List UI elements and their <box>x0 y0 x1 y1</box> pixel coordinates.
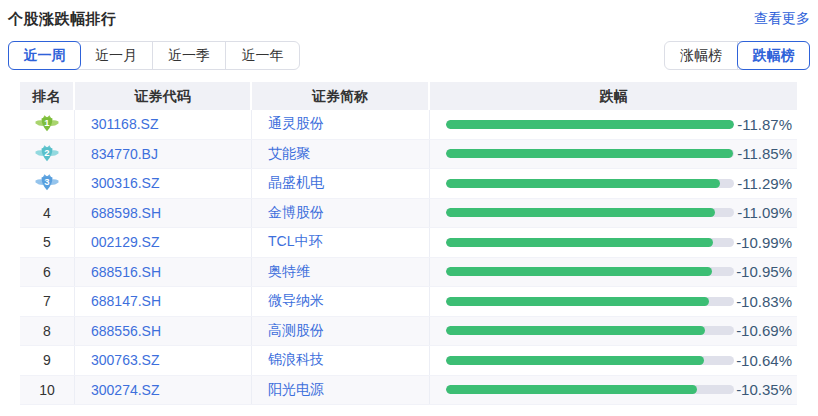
change-bar-fill <box>446 356 704 365</box>
table-row[interactable]: 4 688598.SH 金博股份 -11.09% <box>20 199 797 229</box>
change-value: -10.95% <box>734 263 792 280</box>
rank-number: 9 <box>43 352 51 368</box>
rank-cell: 6 <box>20 258 75 287</box>
change-bar-fill <box>446 120 734 129</box>
change-bar-track <box>446 297 734 306</box>
change-bar-fill <box>446 149 733 158</box>
table-row[interactable]: 10 300274.SZ 阳光电源 -10.35% <box>20 376 797 406</box>
table-row[interactable]: 8 688556.SH 高测股份 -10.69% <box>20 317 797 347</box>
rank-medal-icon: 1 <box>34 114 60 134</box>
security-name[interactable]: 艾能聚 <box>252 140 430 169</box>
column-header-2: 证券简称 <box>252 82 430 110</box>
table-row[interactable]: 5 002129.SZ TCL中环 -10.99% <box>20 228 797 258</box>
column-header-1: 证券代码 <box>75 82 252 110</box>
period-tab-quarter[interactable]: 近一季 <box>153 42 226 69</box>
change-value: -10.69% <box>734 322 792 339</box>
table-row[interactable]: 7 688147.SH 微导纳米 -10.83% <box>20 287 797 317</box>
change-cell: -11.87% <box>430 110 800 139</box>
board-tab-losers[interactable]: 跌幅榜 <box>737 41 810 70</box>
change-bar-track <box>446 120 734 129</box>
svg-text:3: 3 <box>44 177 49 188</box>
rank-number: 5 <box>43 234 51 250</box>
security-name[interactable]: 微导纳米 <box>252 287 430 316</box>
security-name[interactable]: 阳光电源 <box>252 376 430 405</box>
change-value: -11.29% <box>734 175 792 192</box>
security-name[interactable]: 晶盛机电 <box>252 169 430 198</box>
security-code[interactable]: 300763.SZ <box>75 346 252 375</box>
table-row[interactable]: 6 688516.SH 奥特维 -10.95% <box>20 258 797 288</box>
rank-cell: 2 <box>20 140 75 169</box>
column-header-3: 跌幅 <box>430 82 797 110</box>
rank-cell: 7 <box>20 287 75 316</box>
table-row[interactable]: 1 301168.SZ 通灵股份 -11.87% <box>20 110 797 140</box>
change-bar-track <box>446 326 734 335</box>
security-name[interactable]: TCL中环 <box>252 228 430 257</box>
change-cell: -10.95% <box>430 258 800 287</box>
table-body: 1 301168.SZ 通灵股份 -11.87% 2 <box>20 110 797 405</box>
change-cell: -11.29% <box>430 169 800 198</box>
rank-cell: 8 <box>20 317 75 346</box>
page-title: 个股涨跌幅排行 <box>8 10 117 29</box>
change-value: -11.85% <box>734 145 792 162</box>
rank-number: 7 <box>43 293 51 309</box>
security-code[interactable]: 300316.SZ <box>75 169 252 198</box>
security-name[interactable]: 金博股份 <box>252 199 430 228</box>
change-value: -10.83% <box>734 293 792 310</box>
column-header-0: 排名 <box>20 82 75 110</box>
rank-cell: 9 <box>20 346 75 375</box>
change-cell: -10.69% <box>430 317 800 346</box>
security-name[interactable]: 高测股份 <box>252 317 430 346</box>
change-bar-track <box>446 179 734 188</box>
security-name[interactable]: 锦浪科技 <box>252 346 430 375</box>
security-code[interactable]: 834770.BJ <box>75 140 252 169</box>
change-bar-fill <box>446 385 697 394</box>
period-tab-group: 近一周近一月近一季近一年 <box>8 41 300 70</box>
stock-ranking-panel: 个股涨跌幅排行 查看更多 近一周近一月近一季近一年 涨幅榜跌幅榜 排名证券代码证… <box>0 0 818 416</box>
rank-number: 4 <box>43 205 51 221</box>
toolbar: 近一周近一月近一季近一年 涨幅榜跌幅榜 <box>8 41 810 70</box>
table-header: 排名证券代码证券简称跌幅 <box>20 82 797 110</box>
table-row[interactable]: 3 300316.SZ 晶盛机电 -11.29% <box>20 169 797 199</box>
change-bar-track <box>446 356 734 365</box>
change-bar-fill <box>446 297 709 306</box>
rank-cell: 1 <box>20 110 75 139</box>
svg-text:1: 1 <box>44 118 50 129</box>
period-tab-year[interactable]: 近一年 <box>226 42 299 69</box>
change-bar-track <box>446 385 734 394</box>
change-cell: -11.09% <box>430 199 800 228</box>
security-code[interactable]: 688147.SH <box>75 287 252 316</box>
rank-number: 8 <box>43 323 51 339</box>
ranking-table: 排名证券代码证券简称跌幅 1 301168.SZ 通灵股份 -11.87% <box>20 82 797 405</box>
security-code[interactable]: 688598.SH <box>75 199 252 228</box>
rank-number: 6 <box>43 264 51 280</box>
change-bar-track <box>446 267 734 276</box>
security-name[interactable]: 通灵股份 <box>252 110 430 139</box>
change-value: -11.87% <box>734 116 792 133</box>
rank-cell: 5 <box>20 228 75 257</box>
change-value: -10.35% <box>734 381 792 398</box>
security-code[interactable]: 688556.SH <box>75 317 252 346</box>
table-row[interactable]: 2 834770.BJ 艾能聚 -11.85% <box>20 140 797 170</box>
board-tab-gainers[interactable]: 涨幅榜 <box>665 42 738 69</box>
period-tab-month[interactable]: 近一月 <box>80 42 153 69</box>
rank-medal-icon: 3 <box>34 173 60 193</box>
change-bar-fill <box>446 238 713 247</box>
change-bar-fill <box>446 326 705 335</box>
view-more-link[interactable]: 查看更多 <box>754 10 810 28</box>
change-value: -11.09% <box>734 204 792 221</box>
panel-header: 个股涨跌幅排行 查看更多 <box>8 8 810 30</box>
rank-cell: 3 <box>20 169 75 198</box>
security-code[interactable]: 300274.SZ <box>75 376 252 405</box>
change-bar-track <box>446 208 734 217</box>
security-code[interactable]: 301168.SZ <box>75 110 252 139</box>
change-bar-fill <box>446 267 712 276</box>
change-bar-track <box>446 238 734 247</box>
security-code[interactable]: 688516.SH <box>75 258 252 287</box>
period-tab-week[interactable]: 近一周 <box>8 41 81 70</box>
change-value: -10.64% <box>734 352 792 369</box>
security-name[interactable]: 奥特维 <box>252 258 430 287</box>
table-row[interactable]: 9 300763.SZ 锦浪科技 -10.64% <box>20 346 797 376</box>
security-code[interactable]: 002129.SZ <box>75 228 252 257</box>
rank-cell: 4 <box>20 199 75 228</box>
change-cell: -11.85% <box>430 140 800 169</box>
